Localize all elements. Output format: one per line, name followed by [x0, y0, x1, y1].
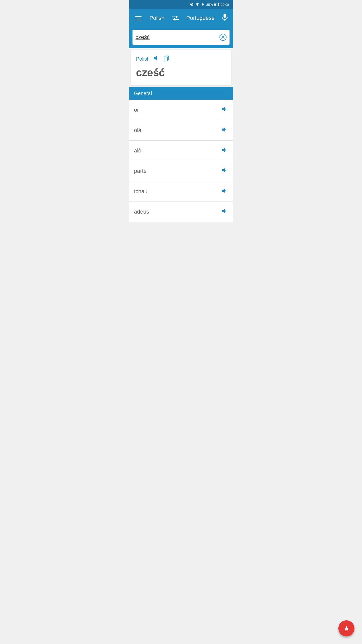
card-lang-label: Polish [136, 56, 150, 62]
source-language[interactable]: Polish [149, 15, 164, 21]
translation-card: Polish cześć [131, 50, 231, 85]
card-header: Polish [136, 55, 226, 63]
translation-word: parte [134, 168, 147, 174]
status-bar: 35% 20:08 [129, 0, 233, 9]
search-bar [129, 27, 233, 48]
menu-button[interactable] [134, 15, 143, 21]
section-header-label: General [134, 91, 152, 96]
translation-word: tchau [134, 188, 148, 195]
translation-word: oi [134, 107, 138, 113]
translation-item[interactable]: alô [129, 141, 233, 161]
sound-button[interactable] [221, 168, 228, 175]
sound-button[interactable] [221, 208, 228, 215]
search-input[interactable] [135, 34, 219, 41]
svg-rect-3 [223, 14, 226, 18]
time-text: 20:08 [221, 3, 229, 7]
sound-button[interactable] [221, 188, 228, 195]
swap-languages-button[interactable] [171, 15, 179, 21]
signal-icon [201, 3, 205, 7]
sound-button[interactable] [221, 106, 228, 113]
translation-word: adeus [134, 209, 149, 215]
svg-rect-10 [164, 57, 168, 61]
mic-button[interactable] [221, 14, 228, 23]
svg-rect-2 [219, 4, 219, 5]
mute-icon [190, 3, 194, 7]
search-input-wrapper[interactable] [132, 30, 230, 45]
translation-item[interactable]: olá [129, 120, 233, 141]
translation-list: oi olá alô parte tchau [129, 100, 233, 222]
status-icons: 35% 20:08 [190, 3, 229, 7]
sound-button[interactable] [221, 147, 228, 154]
card-sound-button[interactable] [153, 55, 160, 62]
toolbar: Polish Portuguese [129, 9, 233, 27]
target-language[interactable]: Portuguese [186, 15, 215, 21]
card-translated-text: cześć [136, 66, 226, 79]
translation-item[interactable]: adeus [129, 202, 233, 222]
translation-word: olá [134, 127, 141, 134]
wifi-icon [195, 3, 200, 7]
section-header: General [129, 87, 233, 100]
translation-item[interactable]: parte [129, 161, 233, 181]
translation-item[interactable]: tchau [129, 181, 233, 202]
battery-text: 35% [206, 3, 213, 7]
translation-word: alô [134, 147, 141, 154]
search-clear-button[interactable] [219, 34, 227, 41]
translation-item[interactable]: oi [129, 100, 233, 120]
battery-icon [214, 3, 219, 6]
sound-button[interactable] [221, 127, 228, 134]
card-copy-button[interactable] [163, 55, 170, 63]
